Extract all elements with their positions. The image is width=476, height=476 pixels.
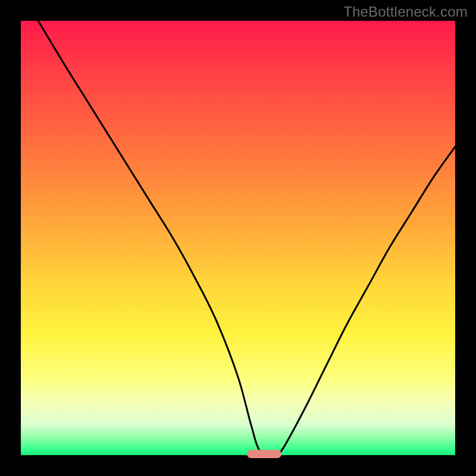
plot-area xyxy=(21,21,455,455)
optimal-marker xyxy=(247,450,281,458)
bottleneck-curve xyxy=(38,21,455,455)
chart-frame: TheBottleneck.com xyxy=(0,0,476,476)
curve-svg xyxy=(21,21,455,455)
watermark-text: TheBottleneck.com xyxy=(343,4,468,20)
